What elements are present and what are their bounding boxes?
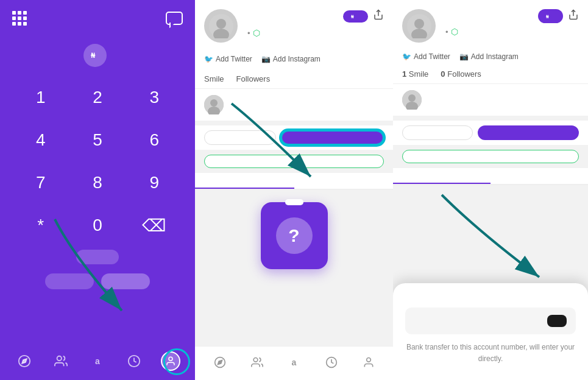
svg-text:₦: ₦: [91, 52, 96, 59]
profile-top-row: ₦: [245, 9, 384, 23]
key-6[interactable]: 6: [126, 119, 183, 161]
twitter-icon: 🐦: [204, 55, 213, 63]
bank-row: [405, 308, 576, 334]
keypad-header: [0, 0, 195, 32]
fund-add-twitter[interactable]: 🐦 Add Twitter: [402, 52, 450, 61]
tab-transactions[interactable]: [294, 173, 394, 189]
key-backspace[interactable]: ⌫: [126, 204, 183, 247]
grid-menu-icon[interactable]: [12, 11, 27, 26]
request-button[interactable]: [45, 273, 94, 289]
giveaway-button[interactable]: [204, 155, 384, 168]
fund-profile-handle: • ⬡: [443, 27, 579, 37]
fund-tab-transactions[interactable]: [491, 168, 588, 184]
key-7[interactable]: 7: [12, 161, 69, 204]
keypad-grid: 1 2 3 4 5 6 7 8 9 * 0 ⌫: [0, 76, 195, 247]
fund-profile-header: ₦ • ⬡: [393, 0, 588, 49]
svg-marker-16: [218, 360, 222, 364]
svg-marker-2: [22, 359, 27, 364]
profile-panel: ₦ • ⬡: [195, 0, 393, 380]
pnav-abeg-icon[interactable]: a: [286, 354, 303, 371]
tab-badges[interactable]: [195, 173, 294, 189]
fund-tab-badges[interactable]: [393, 168, 491, 184]
pnav-people-icon[interactable]: [249, 354, 266, 371]
what-is-for-button[interactable]: [76, 250, 119, 264]
key-9[interactable]: 9: [126, 161, 183, 204]
key-3[interactable]: 3: [126, 76, 183, 119]
fund-wallet-balance: ₦: [538, 9, 563, 23]
instagram-icon: 📷: [261, 55, 271, 63]
verified-badge: ⬡: [253, 28, 260, 38]
nav-abeg-icon[interactable]: a: [88, 351, 107, 371]
fund-wallet-panel: ₦ • ⬡ 🐦 A: [393, 0, 588, 380]
copy-button[interactable]: [547, 315, 567, 327]
svg-point-22: [414, 19, 424, 29]
svg-text:₦: ₦: [351, 14, 354, 18]
add-instagram-link[interactable]: 📷 Add Instagram: [261, 55, 321, 63]
svg-point-5: [169, 357, 172, 361]
fund-bio-avatar: [402, 90, 422, 110]
fund-share-button[interactable]: [568, 9, 579, 23]
key-star[interactable]: *: [12, 204, 69, 247]
fund-bio: [393, 84, 588, 116]
nav-profile-icon[interactable]: [161, 351, 180, 371]
fund-avatar: [402, 9, 436, 43]
nav-people-icon[interactable]: [51, 351, 71, 371]
keypad-bottom-nav: a: [0, 344, 195, 380]
profile-bottom-nav: a: [195, 346, 393, 380]
key-4[interactable]: 4: [12, 119, 69, 161]
pnav-clock-icon[interactable]: [323, 354, 340, 371]
svg-point-3: [57, 356, 62, 361]
fund-description: Bank transfer to this account number, wi…: [405, 342, 576, 365]
key-5[interactable]: 5: [69, 119, 126, 161]
share-button[interactable]: [373, 9, 384, 23]
key-1[interactable]: 1: [12, 76, 69, 119]
smile-stat: Smile: [204, 74, 224, 83]
wallet-balance-badge: ₦: [343, 10, 368, 23]
bio-avatar: [204, 95, 224, 114]
bio-section: [195, 89, 393, 121]
send-button[interactable]: [101, 273, 150, 289]
fund-tabs: [393, 168, 588, 185]
svg-point-19: [366, 358, 370, 362]
settings-button[interactable]: [204, 130, 276, 145]
profile-actions: [195, 125, 393, 150]
amount-display: ₦: [83, 44, 112, 67]
svg-point-27: [408, 94, 416, 102]
tabs-bar: [195, 173, 393, 190]
nav-compass-icon[interactable]: [15, 351, 34, 371]
pnav-compass-icon[interactable]: [211, 354, 228, 371]
nav-clock-icon[interactable]: [124, 351, 144, 371]
fund-social-links: 🐦 Add Twitter 📷 Add Instagram: [393, 49, 588, 65]
svg-point-13: [210, 99, 218, 107]
svg-text:₦: ₦: [546, 14, 549, 18]
currency-badge: ₦: [83, 44, 107, 67]
keypad-panel: ₦ 1 2 3 4 5 6 7 8 9 * 0 ⌫: [0, 0, 195, 380]
profile-handle: • ⬡: [245, 28, 384, 38]
profile-header: ₦ • ⬡: [195, 0, 393, 49]
action-buttons: [45, 273, 150, 289]
svg-point-17: [253, 358, 258, 362]
fund-stats: 1 Smile 0 Followers: [393, 65, 588, 84]
chat-icon[interactable]: [166, 12, 183, 25]
question-mark: ?: [276, 217, 313, 254]
fund-wallet-modal: Bank transfer to this account number, wi…: [393, 283, 588, 380]
key-0[interactable]: 0: [69, 204, 126, 247]
svg-point-8: [216, 19, 226, 29]
key-2[interactable]: 2: [69, 76, 126, 119]
fund-settings-btn[interactable]: [402, 125, 473, 140]
fund-wallet-btn2[interactable]: [478, 125, 579, 140]
social-links: 🐦 Add Twitter 📷 Add Instagram: [195, 49, 393, 69]
add-twitter-link[interactable]: 🐦 Add Twitter: [204, 55, 252, 63]
fund-wallet-button[interactable]: [281, 130, 384, 145]
fund-add-instagram[interactable]: 📷 Add Instagram: [459, 52, 519, 61]
followers-stat: Followers: [236, 74, 271, 83]
fund-giveaway-btn[interactable]: [402, 150, 579, 163]
badge-content: ?: [195, 190, 393, 281]
fund-actions: [393, 121, 588, 145]
avatar: [204, 9, 238, 43]
mystery-badge: ?: [261, 202, 328, 269]
stats-row: Smile Followers: [195, 69, 393, 89]
pnav-profile-icon[interactable]: [360, 354, 377, 371]
key-8[interactable]: 8: [69, 161, 126, 204]
